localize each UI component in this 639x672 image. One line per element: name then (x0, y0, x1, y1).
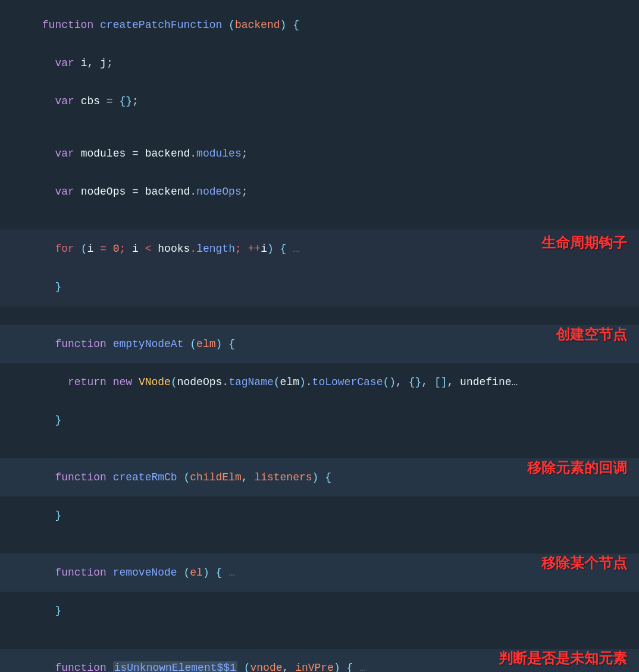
code-line: } (0, 496, 639, 535)
keyword: return (42, 376, 106, 388)
code-line: var nodeOps = backend.nodeOps; (0, 173, 639, 211)
code-line: } (0, 401, 639, 439)
keyword: function (42, 662, 106, 672)
section-createPatchFunction: function createPatchFunction (backend) {… (0, 4, 639, 227)
code-line: } (0, 268, 639, 306)
code-line: function createPatchFunction (backend) { (0, 6, 639, 44)
code-line-empty (0, 308, 639, 323)
param: backend (235, 19, 280, 31)
keyword: var (42, 95, 74, 107)
code-line-empty (0, 211, 639, 225)
code-line-fn: function emptyNodeAt (elm) { (0, 325, 639, 363)
code-line: var cbs = {}; (0, 82, 639, 120)
code-line: return new VNode(nodeOps.tagName(elm).to… (0, 363, 639, 401)
keyword: var (42, 186, 74, 198)
code-line: } (0, 592, 639, 630)
code-line-for: for (i = 0; i < hooks.length; ++i) { … (0, 230, 639, 268)
punct: ( (228, 19, 235, 31)
section-emptyNodeAt: function emptyNodeAt (elm) { return new … (0, 323, 639, 442)
keyword: function (42, 19, 93, 31)
code-line-empty (0, 442, 639, 456)
section-isUnknownElement: function isUnknownElement$$1 (vnode, inV… (0, 646, 639, 672)
code-line-empty (0, 632, 639, 646)
keyword: function (42, 338, 106, 350)
code-line: var i, j; (0, 44, 639, 82)
section-createRmCb: function createRmCb (childElm, listeners… (0, 456, 639, 537)
section-for-loop: for (i = 0; i < hooks.length; ++i) { … }… (0, 227, 639, 308)
keyword: var (42, 57, 74, 69)
code-line: var modules = backend.modules; (0, 135, 639, 173)
fn-name: createPatchFunction (93, 19, 228, 31)
code-line-fn: function removeNode (el) { … (0, 554, 639, 592)
section-removeNode: function removeNode (el) { … } 移除某个节点 (0, 551, 639, 632)
keyword: function (42, 567, 106, 579)
code-line-empty (0, 120, 639, 135)
code-line-empty (0, 537, 639, 551)
code-viewer: function createPatchFunction (backend) {… (0, 0, 639, 672)
keyword: var (42, 148, 74, 160)
code-line-fn: function createRmCb (childElm, listeners… (0, 458, 639, 496)
code-line-fn: function isUnknownElement$$1 (vnode, inV… (0, 649, 639, 672)
keyword: function (42, 471, 106, 483)
